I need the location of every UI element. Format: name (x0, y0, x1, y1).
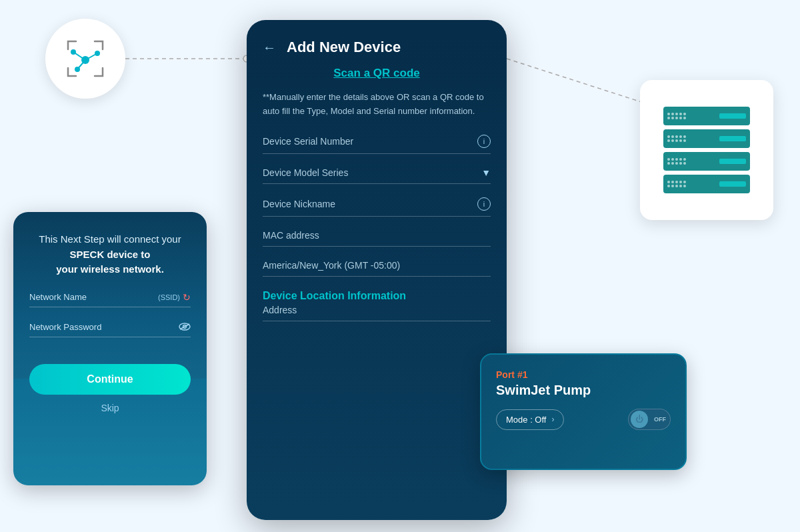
timezone-label: America/New_York (GMT -05:00) (263, 260, 400, 271)
server-rack (663, 107, 750, 193)
device-model-label: Device Model Series (263, 167, 348, 178)
center-phone-card: ← Add New Device Scan a QR code **Manual… (247, 20, 507, 520)
mac-address-field[interactable]: MAC address (263, 230, 491, 247)
svg-point-8 (71, 49, 76, 55)
network-password-label: Network Password (29, 322, 101, 332)
network-icon (61, 35, 109, 83)
network-password-field[interactable]: Network Password (29, 322, 191, 337)
device-serial-label: Device Serial Number (263, 136, 353, 147)
device-nickname-field[interactable]: Device Nickname i (263, 197, 491, 217)
qr-description: **Manually enter the details above OR sc… (263, 91, 491, 119)
back-button[interactable]: ← (263, 40, 276, 55)
svg-line-1 (507, 59, 660, 108)
mac-address-label: MAC address (263, 230, 319, 241)
center-phone-title: Add New Device (287, 39, 401, 56)
device-serial-field[interactable]: Device Serial Number i (263, 135, 491, 154)
address-field[interactable]: Address (263, 305, 491, 321)
network-name-field[interactable]: Network Name (SSID) ↻ (29, 292, 191, 307)
serial-info-icon[interactable]: i (477, 135, 491, 148)
mode-label: Mode : Off (506, 415, 546, 425)
network-name-label: Network Name (29, 292, 87, 302)
svg-point-9 (95, 51, 100, 56)
qr-code-link[interactable]: Scan a QR code (263, 67, 491, 80)
server-unit-4 (663, 175, 750, 193)
model-dropdown-arrow[interactable]: ▼ (481, 167, 491, 178)
location-section-title: Device Location Information (263, 290, 491, 302)
power-icon: ⏻ (635, 415, 643, 424)
mode-button[interactable]: Mode : Off › (496, 409, 564, 430)
server-unit-2 (663, 129, 750, 148)
port-device-name: SwimJet Pump (496, 383, 671, 398)
port-number: Port #1 (496, 369, 671, 380)
continue-button[interactable]: Continue (29, 364, 191, 395)
device-nickname-label: Device Nickname (263, 199, 335, 209)
toggle-off-label: OFF (654, 416, 666, 423)
port-controls: Mode : Off › ⏻ OFF (496, 409, 671, 430)
main-scene: This Next Step will connect your SPECK d… (0, 0, 800, 532)
server-unit-1 (663, 107, 750, 125)
center-phone-header: ← Add New Device (263, 39, 491, 56)
device-model-field[interactable]: Device Model Series ▼ (263, 167, 491, 184)
network-name-suffix: (SSID) ↻ (158, 292, 191, 303)
nickname-info-icon[interactable]: i (477, 197, 491, 211)
server-unit-3 (663, 152, 750, 171)
network-icon-container (45, 19, 125, 99)
eye-icon[interactable] (179, 322, 191, 333)
svg-point-10 (75, 67, 80, 72)
timezone-field[interactable]: America/New_York (GMT -05:00) (263, 260, 491, 277)
address-label: Address (263, 305, 297, 315)
server-card (640, 80, 773, 220)
mode-chevron-icon: › (551, 415, 554, 424)
port-card: Port #1 SwimJet Pump Mode : Off › ⏻ OFF (480, 353, 687, 470)
power-toggle[interactable]: ⏻ OFF (628, 409, 671, 430)
toggle-knob: ⏻ (631, 411, 648, 428)
refresh-icon[interactable]: ↻ (183, 292, 191, 303)
left-phone-card: This Next Step will connect your SPECK d… (13, 212, 207, 485)
phone-title-text: This Next Step will connect your SPECK d… (29, 232, 191, 277)
skip-link[interactable]: Skip (29, 403, 191, 413)
